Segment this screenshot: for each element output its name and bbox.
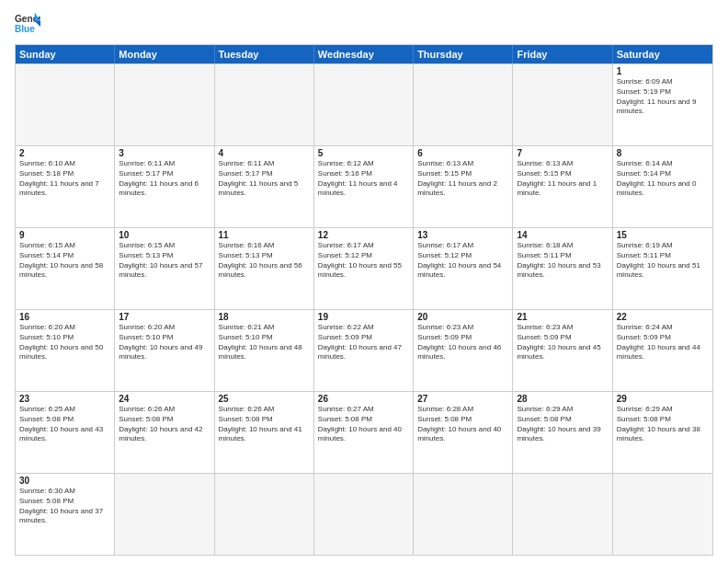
day-info: Sunrise: 6:10 AM Sunset: 5:18 PM Dayligh…	[19, 159, 110, 199]
day-info: Sunrise: 6:15 AM Sunset: 5:14 PM Dayligh…	[19, 241, 110, 281]
day-number: 11	[219, 230, 310, 240]
day-info: Sunrise: 6:23 AM Sunset: 5:09 PM Dayligh…	[517, 323, 608, 362]
calendar-cell: 19Sunrise: 6:22 AM Sunset: 5:09 PM Dayli…	[314, 310, 414, 391]
day-info: Sunrise: 6:26 AM Sunset: 5:08 PM Dayligh…	[219, 405, 310, 444]
day-number: 25	[219, 394, 310, 404]
day-number: 14	[517, 230, 608, 240]
day-number: 24	[119, 394, 210, 404]
calendar-cell: 13Sunrise: 6:17 AM Sunset: 5:12 PM Dayli…	[414, 228, 513, 309]
calendar-cell: 30Sunrise: 6:30 AM Sunset: 5:08 PM Dayli…	[16, 474, 115, 555]
day-info: Sunrise: 6:16 AM Sunset: 5:13 PM Dayligh…	[219, 241, 310, 281]
calendar-cell: 27Sunrise: 6:28 AM Sunset: 5:08 PM Dayli…	[414, 392, 513, 473]
day-info: Sunrise: 6:15 AM Sunset: 5:13 PM Dayligh…	[119, 241, 210, 281]
calendar-cell: 11Sunrise: 6:16 AM Sunset: 5:13 PM Dayli…	[215, 228, 314, 309]
calendar-cell: 29Sunrise: 6:29 AM Sunset: 5:08 PM Dayli…	[613, 392, 712, 473]
day-info: Sunrise: 6:30 AM Sunset: 5:08 PM Dayligh…	[19, 487, 110, 526]
day-info: Sunrise: 6:11 AM Sunset: 5:17 PM Dayligh…	[119, 159, 210, 199]
day-number: 18	[219, 312, 310, 322]
day-info: Sunrise: 6:20 AM Sunset: 5:10 PM Dayligh…	[19, 323, 110, 362]
calendar-cell: 5Sunrise: 6:12 AM Sunset: 5:16 PM Daylig…	[314, 146, 414, 227]
weekday-header-sunday: Sunday	[16, 45, 115, 63]
calendar-cell: 16Sunrise: 6:20 AM Sunset: 5:10 PM Dayli…	[16, 310, 115, 391]
day-info: Sunrise: 6:28 AM Sunset: 5:08 PM Dayligh…	[417, 405, 508, 444]
day-number: 7	[517, 148, 608, 158]
day-number: 13	[417, 230, 508, 240]
day-info: Sunrise: 6:19 AM Sunset: 5:11 PM Dayligh…	[617, 241, 709, 281]
day-info: Sunrise: 6:09 AM Sunset: 5:19 PM Dayligh…	[617, 77, 709, 117]
day-info: Sunrise: 6:13 AM Sunset: 5:15 PM Dayligh…	[417, 159, 508, 199]
calendar-cell: 12Sunrise: 6:17 AM Sunset: 5:12 PM Dayli…	[314, 228, 414, 309]
day-number: 28	[517, 394, 608, 404]
day-info: Sunrise: 6:24 AM Sunset: 5:09 PM Dayligh…	[617, 323, 709, 362]
day-number: 23	[19, 394, 110, 404]
logo: General Blue	[15, 11, 40, 37]
day-info: Sunrise: 6:27 AM Sunset: 5:08 PM Dayligh…	[318, 405, 409, 444]
day-number: 1	[617, 66, 709, 76]
calendar-cell: 14Sunrise: 6:18 AM Sunset: 5:11 PM Dayli…	[513, 228, 612, 309]
calendar-cell: 8Sunrise: 6:14 AM Sunset: 5:14 PM Daylig…	[613, 146, 712, 227]
weekday-header-thursday: Thursday	[414, 45, 513, 63]
day-info: Sunrise: 6:21 AM Sunset: 5:10 PM Dayligh…	[219, 323, 310, 362]
calendar-row-5: 30Sunrise: 6:30 AM Sunset: 5:08 PM Dayli…	[16, 473, 712, 555]
calendar-header: SundayMondayTuesdayWednesdayThursdayFrid…	[16, 45, 712, 63]
calendar-row-4: 23Sunrise: 6:25 AM Sunset: 5:08 PM Dayli…	[16, 391, 712, 473]
day-info: Sunrise: 6:20 AM Sunset: 5:10 PM Dayligh…	[119, 323, 210, 362]
day-number: 6	[417, 148, 508, 158]
calendar-cell	[414, 474, 513, 555]
day-number: 15	[617, 230, 709, 240]
day-info: Sunrise: 6:18 AM Sunset: 5:11 PM Dayligh…	[517, 241, 608, 281]
calendar-row-3: 16Sunrise: 6:20 AM Sunset: 5:10 PM Dayli…	[16, 309, 712, 391]
day-info: Sunrise: 6:25 AM Sunset: 5:08 PM Dayligh…	[19, 405, 110, 444]
weekday-header-tuesday: Tuesday	[215, 45, 314, 63]
calendar-cell: 2Sunrise: 6:10 AM Sunset: 5:18 PM Daylig…	[16, 146, 115, 227]
calendar-cell: 21Sunrise: 6:23 AM Sunset: 5:09 PM Dayli…	[513, 310, 612, 391]
day-number: 16	[19, 312, 110, 322]
weekday-header-friday: Friday	[513, 45, 612, 63]
calendar-cell	[513, 64, 612, 145]
calendar-cell: 6Sunrise: 6:13 AM Sunset: 5:15 PM Daylig…	[414, 146, 513, 227]
calendar-cell	[513, 474, 612, 555]
day-info: Sunrise: 6:14 AM Sunset: 5:14 PM Dayligh…	[617, 159, 709, 199]
day-number: 2	[19, 148, 110, 158]
header: General Blue	[15, 11, 713, 37]
day-info: Sunrise: 6:23 AM Sunset: 5:09 PM Dayligh…	[417, 323, 508, 362]
calendar-cell	[215, 64, 314, 145]
calendar-body: 1Sunrise: 6:09 AM Sunset: 5:19 PM Daylig…	[16, 63, 712, 555]
calendar-cell: 23Sunrise: 6:25 AM Sunset: 5:08 PM Dayli…	[16, 392, 115, 473]
svg-text:Blue: Blue	[15, 24, 35, 34]
day-number: 8	[617, 148, 709, 158]
weekday-header-monday: Monday	[115, 45, 214, 63]
calendar-cell: 25Sunrise: 6:26 AM Sunset: 5:08 PM Dayli…	[215, 392, 314, 473]
day-info: Sunrise: 6:17 AM Sunset: 5:12 PM Dayligh…	[318, 241, 409, 281]
day-number: 21	[517, 312, 608, 322]
day-number: 17	[119, 312, 210, 322]
calendar-cell	[16, 64, 115, 145]
calendar-cell: 7Sunrise: 6:13 AM Sunset: 5:15 PM Daylig…	[513, 146, 612, 227]
day-info: Sunrise: 6:17 AM Sunset: 5:12 PM Dayligh…	[417, 241, 508, 281]
calendar-cell: 18Sunrise: 6:21 AM Sunset: 5:10 PM Dayli…	[215, 310, 314, 391]
calendar: SundayMondayTuesdayWednesdayThursdayFrid…	[15, 44, 713, 556]
day-info: Sunrise: 6:13 AM Sunset: 5:15 PM Dayligh…	[517, 159, 608, 199]
day-info: Sunrise: 6:29 AM Sunset: 5:08 PM Dayligh…	[617, 405, 709, 444]
calendar-cell	[115, 64, 214, 145]
calendar-cell: 20Sunrise: 6:23 AM Sunset: 5:09 PM Dayli…	[414, 310, 513, 391]
calendar-cell	[314, 474, 414, 555]
day-number: 12	[318, 230, 409, 240]
calendar-row-1: 2Sunrise: 6:10 AM Sunset: 5:18 PM Daylig…	[16, 145, 712, 227]
calendar-cell	[314, 64, 414, 145]
calendar-cell: 3Sunrise: 6:11 AM Sunset: 5:17 PM Daylig…	[115, 146, 214, 227]
day-info: Sunrise: 6:22 AM Sunset: 5:09 PM Dayligh…	[318, 323, 409, 362]
day-info: Sunrise: 6:12 AM Sunset: 5:16 PM Dayligh…	[318, 159, 409, 199]
calendar-cell: 28Sunrise: 6:29 AM Sunset: 5:08 PM Dayli…	[513, 392, 612, 473]
weekday-header-wednesday: Wednesday	[314, 45, 414, 63]
day-number: 29	[617, 394, 709, 404]
calendar-cell: 10Sunrise: 6:15 AM Sunset: 5:13 PM Dayli…	[115, 228, 214, 309]
calendar-row-0: 1Sunrise: 6:09 AM Sunset: 5:19 PM Daylig…	[16, 63, 712, 145]
day-number: 9	[19, 230, 110, 240]
calendar-cell: 26Sunrise: 6:27 AM Sunset: 5:08 PM Dayli…	[314, 392, 414, 473]
calendar-cell: 4Sunrise: 6:11 AM Sunset: 5:17 PM Daylig…	[215, 146, 314, 227]
day-number: 10	[119, 230, 210, 240]
weekday-header-saturday: Saturday	[613, 45, 712, 63]
day-number: 27	[417, 394, 508, 404]
calendar-cell	[215, 474, 314, 555]
